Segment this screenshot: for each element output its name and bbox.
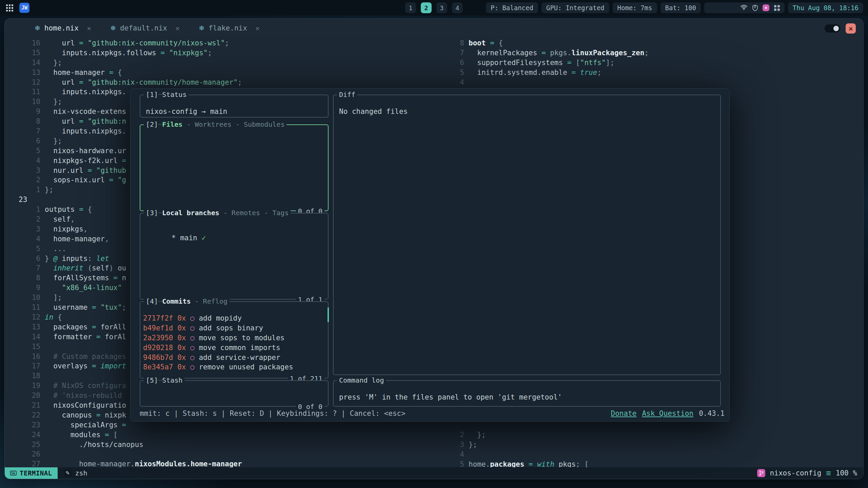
line-number: 3: [5, 224, 40, 234]
code-line[interactable]: 16 url = "github:nix-community/nixos-wsl…: [5, 38, 444, 48]
code-line[interactable]: 26: [5, 449, 444, 459]
commit-row[interactable]: b49ef1d 0x ○ add sops binary: [143, 323, 326, 333]
code-line[interactable]: 25 ./hosts/canopus: [5, 440, 444, 450]
mode-label: TERMINAL: [20, 469, 52, 477]
code-line[interactable]: 23 specialArgs =: [5, 420, 444, 430]
code-pane-right-top[interactable]: 8boot = {7 kernelPackages = pkgs.linuxPa…: [429, 38, 863, 87]
topbar-right: P: BalancedGPU: IntegratedHome: 7msBat: …: [486, 2, 868, 13]
shield-status-icon[interactable]: 0: [752, 5, 758, 11]
workspace-4[interactable]: 4: [452, 2, 463, 13]
close-tab-icon[interactable]: ×: [87, 24, 91, 33]
line-number: 10: [5, 97, 40, 107]
code-line[interactable]: 4: [429, 450, 863, 460]
line-number: 22: [5, 410, 40, 420]
lazygit-command-log-panel[interactable]: Command log press 'M' in the files panel…: [333, 380, 721, 407]
commit-row[interactable]: 9486b7d 0x ○ add service-wrapper: [143, 353, 326, 363]
wifi-icon[interactable]: [709, 0, 748, 19]
battery-chip[interactable]: Bat: 100: [660, 2, 701, 13]
lazygit-diff-panel[interactable]: Diff No changed files: [333, 95, 721, 375]
commit-row[interactable]: 8e345a7 0x ○ remove unused packages: [143, 362, 326, 372]
line-number: 21: [5, 401, 40, 410]
power-profile-chip[interactable]: P: Balanced: [486, 2, 538, 13]
line-number: 7: [5, 263, 40, 273]
gpu-chip[interactable]: GPU: Integrated: [541, 2, 609, 13]
code-pane-right-bottom[interactable]: 2 };3};45home.packages = with pkgs; [: [429, 430, 863, 469]
lazygit-commits-panel[interactable]: [4]Commits - Reflog 2717f2f 0x ○ add mop…: [140, 301, 329, 379]
commit-row[interactable]: 2717f2f 0x ○ add mopidy: [143, 313, 326, 323]
commit-row[interactable]: 2a23950 0x ○ move sops to modules: [143, 333, 326, 343]
panel-title: [2]Files - Worktrees - Submodules: [144, 120, 287, 128]
code-line[interactable]: 24 modules = [: [5, 430, 444, 440]
code-line[interactable]: 4: [429, 78, 863, 87]
line-number: 9: [5, 107, 40, 117]
zoom-label[interactable]: 100 %: [836, 469, 857, 477]
line-number: 20: [5, 391, 40, 401]
grid-icon[interactable]: [774, 5, 780, 11]
git-repo-icon[interactable]: [757, 469, 765, 477]
lazygit-stash-panel[interactable]: [5]Stash 0 of 0: [140, 380, 329, 407]
code-line[interactable]: 12 url = "github:nix-community/home-mana…: [5, 78, 444, 87]
line-number: 5: [5, 244, 40, 254]
system-tray[interactable]: 0: [704, 2, 785, 13]
code-line[interactable]: 13 home-manager = {: [5, 68, 444, 78]
line-number: 2: [429, 430, 464, 440]
scrollbar-thumb[interactable]: [328, 307, 329, 322]
tab-bar: ❄home.nix×❄default.nix×❄flake.nix×: [25, 19, 269, 38]
code-line[interactable]: 14 };: [5, 58, 444, 68]
close-window-button[interactable]: ×: [846, 23, 856, 34]
close-tab-icon[interactable]: ×: [175, 24, 180, 33]
mode-badge[interactable]: TERMINAL: [5, 467, 58, 479]
editor-tab-flake-nix[interactable]: ❄flake.nix×: [189, 19, 269, 38]
line-number: 2: [5, 175, 40, 185]
apps-grid-icon[interactable]: [6, 4, 13, 12]
pencil-icon: ✎: [64, 469, 72, 477]
commit-row[interactable]: d920218 0x ○ move common imports: [143, 343, 326, 353]
link-ask-question[interactable]: Ask Question: [642, 409, 693, 418]
commit-list: 2717f2f 0x ○ add mopidyb49ef1d 0x ○ add …: [140, 302, 328, 372]
panel-title: [5]Stash: [144, 376, 184, 384]
line-number: 7: [429, 48, 464, 58]
line-number: 8: [5, 273, 40, 283]
line-number: 11: [5, 87, 40, 97]
lazygit-keybar: mmit: c | Stash: s | Reset: D | Keybindi…: [140, 409, 725, 418]
lazygit-branches-panel[interactable]: [3]Local branches - Remotes - Tags * mai…: [140, 213, 329, 300]
shield-value: 0: [752, 5, 758, 9]
line-number: 18: [5, 371, 40, 381]
clock[interactable]: Thu Aug 08, 18:16: [788, 2, 863, 13]
check-icon: ✓: [201, 234, 206, 242]
close-tab-icon[interactable]: ×: [255, 24, 260, 33]
line-number: 24: [5, 430, 40, 440]
code-line[interactable]: 6 supportedFilesystems = ["ntfs"];: [429, 58, 863, 68]
line-number: 16: [5, 352, 40, 362]
code-line[interactable]: 5 initrd.systemd.enable = true;: [429, 68, 863, 78]
code-line[interactable]: 2 };: [429, 430, 863, 440]
shell-label: zsh: [75, 469, 87, 477]
code-line[interactable]: 8boot = {: [429, 38, 863, 48]
line-number: 12: [5, 312, 40, 322]
topbar-left: JW: [0, 3, 29, 13]
workspace-1[interactable]: 1: [405, 2, 416, 13]
panel-title: [4]Commits - Reflog: [144, 297, 230, 305]
code-line[interactable]: 3};: [429, 440, 863, 450]
link-donate[interactable]: Donate: [611, 409, 637, 418]
lazygit-status-panel[interactable]: [1]Status nixos-config → main: [140, 95, 329, 118]
toggle-knob: [833, 26, 839, 31]
color-swatch-icon[interactable]: [763, 4, 769, 11]
branch-row[interactable]: * main ✓: [172, 234, 206, 242]
editor-tab-home-nix[interactable]: ❄home.nix×: [25, 19, 101, 38]
code-line[interactable]: 7 kernelPackages = pkgs.linuxPackages_ze…: [429, 48, 863, 58]
window-controls: ×: [825, 23, 856, 34]
network-latency-chip[interactable]: Home: 7ms: [613, 2, 657, 13]
logo-badge[interactable]: JW: [19, 3, 29, 13]
panel-title: Diff: [337, 90, 357, 99]
code-line[interactable]: 15 inputs.nixpkgs.follows = "nixpkgs";: [5, 48, 444, 58]
shell-tab[interactable]: ✎ zsh: [64, 469, 87, 477]
toggle-switch[interactable]: [825, 24, 840, 33]
workspace-2[interactable]: 2: [421, 2, 432, 13]
editor-tab-default-nix[interactable]: ❄default.nix×: [101, 19, 189, 38]
keyboard-icon: [10, 471, 17, 475]
list-icon[interactable]: ≡: [826, 469, 831, 477]
workspace-3[interactable]: 3: [436, 2, 447, 13]
lazygit-files-panel[interactable]: [2]Files - Worktrees - Submodules 0 of 0: [140, 124, 329, 211]
tab-label: flake.nix: [209, 24, 247, 32]
